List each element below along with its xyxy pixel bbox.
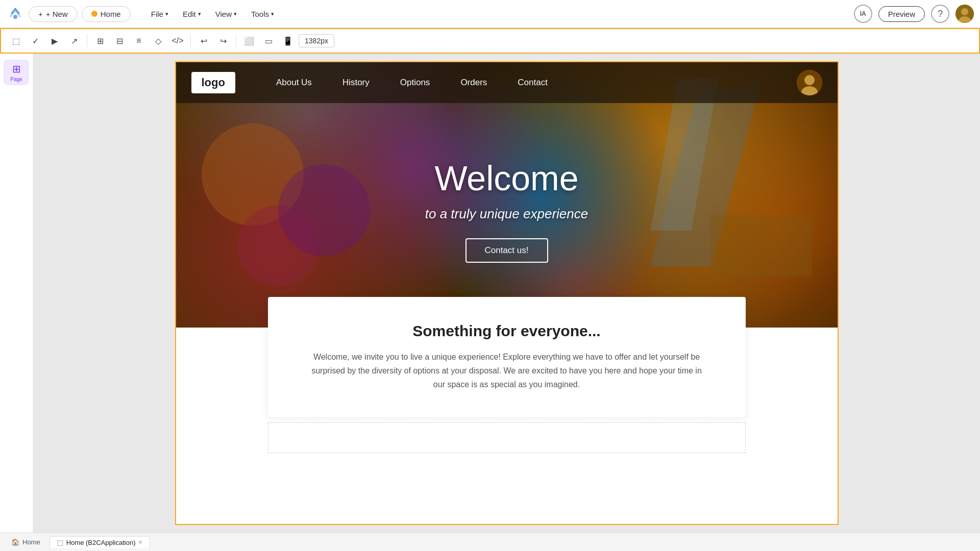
app-logo-icon [6, 5, 24, 23]
website-preview: logo About Us History Options Orders Con… [175, 61, 839, 525]
nav-link-history[interactable]: History [342, 78, 370, 88]
view-label: View [215, 10, 232, 18]
toolbar: ⬚ ✓ ▶ ↗ ⊞ ⊟ ≡ ◇ </> ↩ ↪ ⬜ ▭ 📱 1382px [0, 28, 980, 54]
desktop-icon: ⬜ [244, 36, 254, 46]
top-bar: + + New Home File ▾ Edit ▾ View ▾ Tools … [0, 0, 980, 28]
nav-link-about[interactable]: About Us [276, 78, 312, 88]
nav-link-options[interactable]: Options [400, 78, 430, 88]
data-icon: ≡ [136, 36, 141, 45]
file-chevron-icon: ▾ [165, 11, 168, 17]
play-button[interactable]: ▶ [46, 32, 63, 49]
top-bar-right: IA Preview ? [854, 5, 974, 23]
user-avatar[interactable] [955, 5, 974, 23]
edit-menu[interactable]: Edit ▾ [177, 7, 207, 21]
code-button[interactable]: </> [169, 32, 186, 49]
logic-button[interactable]: ◇ [150, 32, 167, 49]
close-tab-icon[interactable]: × [139, 539, 142, 546]
site-nav-avatar [797, 70, 822, 95]
tools-menu[interactable]: Tools ▾ [245, 7, 280, 21]
site-content-section: Something for everyone... Welcome, we in… [268, 297, 746, 417]
save-button[interactable]: ⬚ [7, 32, 24, 49]
sidebar-page-label: Page [10, 77, 22, 82]
tools-chevron-icon: ▾ [271, 11, 274, 17]
new-label: + New [46, 10, 68, 18]
tablet-view-button[interactable]: ▭ [260, 32, 277, 49]
dashed-section [268, 422, 746, 453]
divider-3 [236, 35, 236, 47]
divider-2 [190, 35, 191, 47]
main-area: ⊞ Page logo About Us History Options Ord… [0, 54, 980, 533]
home-tab-label: Home [22, 538, 40, 546]
undo-button[interactable]: ↩ [195, 32, 212, 49]
redo-button[interactable]: ↪ [214, 32, 232, 49]
divider-1 [87, 35, 87, 47]
file-menu[interactable]: File ▾ [145, 7, 175, 21]
redo-icon: ↪ [220, 36, 227, 46]
export-button[interactable]: ↗ [65, 32, 83, 49]
svg-point-2 [961, 8, 968, 15]
preview-label: Preview [888, 10, 915, 18]
home-dot-icon [91, 11, 97, 17]
home-tab-icon: 🏠 [11, 538, 19, 546]
help-icon: ? [938, 9, 943, 19]
code-icon: </> [172, 36, 183, 45]
help-button[interactable]: ? [931, 5, 949, 23]
edit-label: Edit [183, 10, 196, 18]
play-icon: ▶ [52, 36, 58, 46]
app-tab-label: Home (B2CApplication) [66, 539, 136, 546]
bottom-tabs: 🏠 Home ⬚ Home (B2CApplication) × [0, 533, 980, 551]
layers-button[interactable]: ⊟ [111, 32, 128, 49]
nav-link-contact[interactable]: Contact [518, 78, 548, 88]
bottom-tab-app[interactable]: ⬚ Home (B2CApplication) × [50, 536, 150, 548]
components-icon: ⊞ [97, 36, 104, 46]
content-title: Something for everyone... [309, 322, 705, 340]
site-logo: logo [191, 72, 235, 93]
tablet-icon: ▭ [265, 36, 273, 46]
px-display: 1382px [299, 34, 334, 47]
content-body: Welcome, we invite you to live a unique … [309, 350, 705, 392]
sidebar-item-page[interactable]: ⊞ Page [4, 60, 29, 85]
layers-icon: ⊟ [116, 36, 123, 46]
nav-link-orders[interactable]: Orders [460, 78, 487, 88]
left-sidebar: ⊞ Page [0, 54, 33, 533]
undo-icon: ↩ [201, 36, 207, 46]
app-tab-icon: ⬚ [57, 539, 63, 546]
svg-point-0 [13, 15, 17, 19]
hero-cta-button[interactable]: Contact us! [465, 238, 548, 263]
site-nav-links: About Us History Options Orders Contact [276, 78, 548, 88]
desktop-view-button[interactable]: ⬜ [240, 32, 258, 49]
page-icon: ⊞ [12, 63, 21, 75]
export-icon: ↗ [71, 36, 78, 46]
svg-point-5 [804, 75, 815, 85]
file-label: File [151, 10, 163, 18]
ia-button[interactable]: IA [854, 5, 872, 23]
site-nav: logo About Us History Options Orders Con… [176, 62, 838, 103]
save-icon: ⬚ [12, 36, 20, 46]
canvas-area[interactable]: logo About Us History Options Orders Con… [33, 54, 980, 533]
plus-icon: + [38, 10, 43, 18]
view-chevron-icon: ▾ [234, 11, 237, 17]
hero-subtitle: to a truly unique experience [425, 206, 588, 222]
home-tab-button[interactable]: Home [82, 6, 131, 22]
hero-title: Welcome [434, 158, 578, 198]
tools-label: Tools [251, 10, 269, 18]
check-button[interactable]: ✓ [27, 32, 44, 49]
menu-bar: File ▾ Edit ▾ View ▾ Tools ▾ [145, 7, 280, 21]
home-label: Home [101, 10, 121, 18]
components-button[interactable]: ⊞ [91, 32, 109, 49]
bottom-tab-home[interactable]: 🏠 Home [4, 536, 47, 548]
data-button[interactable]: ≡ [130, 32, 148, 49]
new-button[interactable]: + + New [29, 6, 78, 22]
edit-chevron-icon: ▾ [198, 11, 201, 17]
mobile-view-button[interactable]: 📱 [279, 32, 297, 49]
preview-button[interactable]: Preview [878, 6, 925, 22]
ia-label: IA [860, 10, 866, 17]
logic-icon: ◇ [155, 36, 161, 46]
check-icon: ✓ [32, 36, 39, 46]
mobile-icon: 📱 [283, 36, 293, 46]
view-menu[interactable]: View ▾ [209, 7, 243, 21]
